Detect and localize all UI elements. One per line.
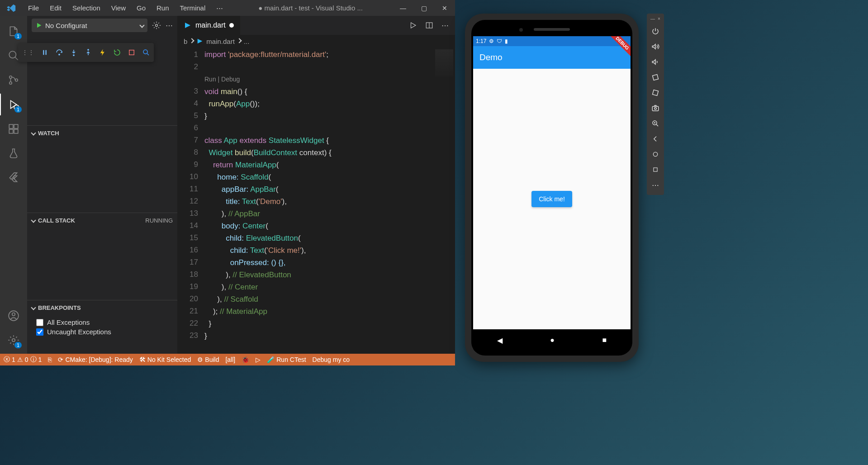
bp-all-exceptions[interactable]: All Exceptions bbox=[36, 318, 168, 326]
menu-selection[interactable]: Selection bbox=[67, 4, 106, 12]
test-icon[interactable] bbox=[3, 142, 24, 164]
step-out-icon[interactable] bbox=[84, 48, 92, 57]
rotate-left-icon[interactable] bbox=[648, 70, 663, 85]
run-editor-icon[interactable] bbox=[409, 21, 417, 29]
accounts-icon[interactable] bbox=[3, 305, 24, 327]
home-icon[interactable]: ● bbox=[550, 336, 555, 344]
emu-more-icon[interactable]: ⋯ bbox=[648, 178, 663, 192]
back-icon[interactable]: ◀ bbox=[497, 336, 503, 345]
tab-label: main.dart bbox=[195, 21, 226, 29]
tab-main-dart[interactable]: main.dart bbox=[177, 16, 240, 35]
settings-badge: 1 bbox=[14, 342, 22, 348]
svg-rect-7 bbox=[14, 129, 18, 133]
breadcrumb[interactable]: b main.dart ... bbox=[177, 35, 455, 47]
bp-all-checkbox[interactable] bbox=[36, 319, 43, 326]
svg-point-22 bbox=[655, 108, 657, 110]
svg-rect-5 bbox=[9, 124, 13, 128]
vscode-window: File Edit Selection View Go Run Terminal… bbox=[0, 0, 455, 365]
power-icon[interactable] bbox=[648, 24, 663, 38]
restart-icon[interactable] bbox=[113, 48, 121, 57]
breakpoints-header[interactable]: BREAKPOINTS bbox=[27, 300, 177, 315]
menu-view[interactable]: View bbox=[106, 4, 131, 12]
screenshot-icon[interactable] bbox=[648, 101, 663, 115]
emu-close-icon[interactable]: × bbox=[658, 16, 660, 21]
codelens-run-debug[interactable]: Run | Debug bbox=[204, 76, 240, 83]
extensions-icon[interactable] bbox=[3, 118, 24, 140]
run-config-select[interactable]: No Configurat bbox=[32, 19, 147, 32]
android-navbar: ◀ ● ■ bbox=[473, 329, 631, 351]
callstack-panel: CALL STACKRUNNING bbox=[27, 213, 177, 300]
status-target[interactable]: [all] bbox=[225, 356, 235, 363]
svg-point-0 bbox=[9, 51, 16, 58]
menu-file[interactable]: File bbox=[23, 4, 44, 12]
svg-rect-25 bbox=[654, 168, 657, 171]
status-cmake[interactable]: ⟳ CMake: [Debug]: Ready bbox=[58, 356, 133, 363]
code-editor[interactable]: 1234567891011121314151617181920212223 im… bbox=[177, 47, 455, 354]
status-kit[interactable]: 🛠 No Kit Selected bbox=[139, 356, 191, 363]
status-errors[interactable]: ⓧ 1 ⚠ 0 ⓘ 1 bbox=[4, 356, 42, 364]
emu-overview-icon[interactable] bbox=[648, 162, 663, 177]
click-me-button[interactable]: Click me! bbox=[531, 191, 572, 207]
bp-uncaught-checkbox[interactable] bbox=[36, 328, 43, 336]
grip-icon[interactable]: ⋮⋮ bbox=[22, 49, 34, 56]
svg-rect-20 bbox=[653, 90, 659, 96]
emu-minimize-icon[interactable]: — bbox=[650, 16, 655, 21]
split-editor-icon[interactable] bbox=[425, 21, 433, 29]
flutter-icon[interactable] bbox=[3, 167, 24, 189]
svg-point-17 bbox=[143, 50, 147, 54]
status-play-icon[interactable]: ▷ bbox=[256, 356, 261, 363]
titlebar: File Edit Selection View Go Run Terminal… bbox=[0, 0, 455, 16]
bp-uncaught-exceptions[interactable]: Uncaught Exceptions bbox=[36, 328, 168, 336]
code-content[interactable]: import 'package:flutter/material.dart'; … bbox=[204, 47, 455, 354]
minimap[interactable] bbox=[435, 49, 453, 76]
settings-icon[interactable]: 1 bbox=[3, 329, 24, 351]
svg-rect-19 bbox=[653, 75, 659, 81]
emu-home-icon[interactable] bbox=[648, 147, 663, 161]
status-debugmy[interactable]: Debug my co bbox=[313, 356, 350, 363]
run-debug-icon[interactable]: 1 bbox=[3, 94, 24, 115]
status-debug-icon[interactable]: 🐞 bbox=[242, 356, 249, 363]
activity-bar: 1 1 bbox=[0, 16, 27, 354]
debug-toolbar[interactable]: ⋮⋮ bbox=[18, 43, 154, 62]
status-build[interactable]: ⚙ Build bbox=[197, 356, 219, 363]
callstack-status: RUNNING bbox=[145, 217, 173, 224]
watch-header[interactable]: WATCH bbox=[27, 126, 177, 140]
recent-icon[interactable]: ■ bbox=[602, 336, 607, 344]
menu-run[interactable]: Run bbox=[151, 4, 175, 12]
emu-back-icon[interactable] bbox=[648, 132, 663, 146]
inspect-icon[interactable] bbox=[142, 48, 150, 57]
status-remote-icon[interactable]: ⎘ bbox=[48, 356, 52, 363]
menu-overflow-icon[interactable]: ⋯ bbox=[211, 4, 228, 12]
camera-icon bbox=[519, 28, 523, 32]
close-icon[interactable]: ✕ bbox=[434, 5, 455, 12]
chevron-right-icon bbox=[237, 38, 242, 43]
svg-point-12 bbox=[156, 24, 158, 27]
source-control-icon[interactable] bbox=[3, 69, 24, 91]
gear-icon[interactable] bbox=[152, 21, 161, 30]
maximize-icon[interactable]: ▢ bbox=[413, 5, 434, 12]
step-over-icon[interactable] bbox=[55, 48, 63, 57]
rotate-right-icon[interactable] bbox=[648, 85, 663, 100]
android-status-bar: 1:17 ⚙ 🛡 ▮ DEBUG bbox=[473, 36, 631, 46]
menu-go[interactable]: Go bbox=[131, 4, 151, 12]
emulator-screen[interactable]: 1:17 ⚙ 🛡 ▮ DEBUG Demo Click me! bbox=[473, 36, 631, 329]
callstack-header[interactable]: CALL STACKRUNNING bbox=[27, 213, 177, 228]
volume-up-icon[interactable] bbox=[648, 39, 663, 54]
zoom-icon[interactable] bbox=[648, 116, 663, 131]
pause-icon[interactable] bbox=[41, 48, 49, 57]
menu-terminal[interactable]: Terminal bbox=[175, 4, 211, 12]
flutter-body: Click me! bbox=[473, 69, 631, 329]
volume-down-icon[interactable] bbox=[648, 55, 663, 69]
android-emulator: 1:17 ⚙ 🛡 ▮ DEBUG Demo Click me! ◀ ● ■ bbox=[465, 14, 639, 362]
hot-reload-icon[interactable] bbox=[99, 48, 107, 57]
stop-icon[interactable] bbox=[128, 48, 136, 57]
status-ctest[interactable]: 🧪 Run CTest bbox=[267, 356, 306, 363]
minimize-icon[interactable]: — bbox=[393, 5, 413, 12]
run-config-row: No Configurat ⋯ bbox=[27, 16, 177, 35]
explorer-badge: 1 bbox=[14, 33, 22, 39]
menu-edit[interactable]: Edit bbox=[44, 4, 67, 12]
step-into-icon[interactable] bbox=[70, 48, 78, 57]
explorer-icon[interactable]: 1 bbox=[3, 20, 24, 42]
more-icon[interactable]: ⋯ bbox=[166, 21, 173, 30]
editor-more-icon[interactable]: ⋯ bbox=[441, 21, 449, 30]
